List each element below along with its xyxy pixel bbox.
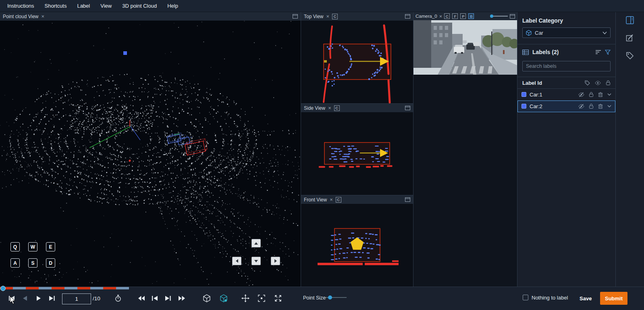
pan-down-button[interactable] (251, 257, 261, 265)
edit-panel-toggle-button[interactable] (625, 34, 634, 42)
front-view-camera-badge[interactable]: C (336, 197, 341, 203)
point-size-slider-knob[interactable] (328, 295, 332, 300)
cuboid-tool-button[interactable] (202, 293, 212, 304)
menu-item-help[interactable]: Help (167, 3, 178, 9)
skip-to-first-frame-button[interactable] (6, 293, 17, 304)
frame-timeline (0, 287, 129, 289)
timeline-frame-9[interactable] (103, 287, 116, 289)
eye-icon[interactable] (595, 81, 601, 85)
ortho-views-column: Top View × C Side View × C (301, 12, 413, 287)
camera-opacity-slider-knob[interactable] (490, 15, 493, 18)
pan-left-button[interactable] (232, 257, 241, 265)
fast-forward-button[interactable] (177, 293, 187, 304)
front-view-viewport[interactable] (301, 204, 413, 286)
submit-button[interactable]: Submit (600, 292, 627, 305)
timeline-frame-6[interactable] (64, 287, 77, 289)
maximize-window-icon[interactable] (293, 14, 298, 19)
label-id-title: Label Id (522, 80, 580, 86)
key-hint-d: D (46, 258, 55, 268)
expand-label-icon[interactable] (607, 93, 611, 96)
menu-item-3d-point-cloud[interactable]: 3D point Cloud (122, 3, 157, 9)
key-hint-s: S (28, 258, 37, 268)
camera-badge-c[interactable]: C (444, 13, 450, 19)
pan-right-button[interactable] (271, 257, 280, 265)
label-category-value: Car (535, 30, 543, 36)
label-category-dropdown[interactable]: Car (522, 27, 611, 38)
fit-to-view-button[interactable] (256, 293, 267, 304)
label-row[interactable]: Car:1 (517, 89, 615, 101)
menu-item-instructions[interactable]: Instructions (7, 3, 34, 9)
lock-label-icon[interactable] (589, 92, 594, 97)
camera-close-icon[interactable]: × (439, 14, 442, 19)
front-view-close-icon[interactable]: × (330, 197, 333, 202)
label-name: Car:1 (530, 92, 542, 98)
timeline-frame-8[interactable] (90, 287, 103, 289)
camera-title: Camera_0 (415, 14, 437, 19)
camera-badge-f[interactable]: F (452, 13, 458, 19)
sort-icon[interactable] (596, 50, 601, 54)
next-frame-button[interactable] (47, 293, 57, 304)
maximize-window-icon[interactable] (405, 14, 410, 19)
skip-next-icon (49, 295, 55, 301)
point-cloud-close-icon[interactable]: × (42, 14, 45, 19)
tag-icon[interactable] (585, 80, 590, 86)
camera-badge-p[interactable]: P (460, 13, 466, 19)
menu-item-view[interactable]: View (100, 3, 112, 9)
delete-label-icon[interactable] (598, 92, 603, 97)
auto-cuboid-tool-button[interactable] (218, 293, 229, 304)
tags-panel-toggle-button[interactable] (625, 51, 634, 60)
labels-panel-toggle-button[interactable] (625, 16, 634, 25)
menu-bar: InstructionsShortcutsLabelView3D point C… (0, 0, 644, 12)
timeline-frame-5[interactable] (52, 287, 64, 289)
maximize-window-icon[interactable] (510, 14, 515, 19)
stopwatch-icon (115, 295, 121, 302)
jump-last-button[interactable] (163, 293, 173, 304)
delete-label-icon[interactable] (598, 103, 603, 109)
search-labels-input[interactable] (522, 61, 611, 71)
move-tool-button[interactable] (240, 293, 251, 304)
side-view-viewport[interactable] (301, 112, 413, 195)
expand-label-icon[interactable] (607, 105, 611, 107)
timeline-frame-7[interactable] (77, 287, 90, 289)
timeline-position-knob[interactable] (0, 286, 6, 291)
menu-item-label[interactable]: Label (77, 3, 90, 9)
point-size-slider[interactable] (326, 297, 347, 298)
frame-number-input[interactable] (62, 293, 91, 304)
top-view-camera-badge[interactable]: C (332, 14, 338, 19)
timeline-frame-4[interactable] (39, 287, 52, 289)
camera-column: Camera_0 × CFPB (413, 12, 517, 287)
hide-label-icon[interactable] (578, 92, 584, 97)
fullscreen-button[interactable] (273, 293, 283, 304)
lock-icon[interactable] (606, 80, 611, 86)
label-color-swatch (521, 104, 526, 109)
chevron-down-icon (602, 31, 607, 34)
playback-speed-button[interactable] (113, 293, 123, 304)
camera-opacity-slider[interactable] (490, 16, 508, 17)
timeline-frame-10[interactable] (116, 287, 129, 289)
save-button[interactable]: Save (575, 293, 596, 304)
jump-first-button[interactable] (150, 293, 160, 304)
timeline-frame-2[interactable] (13, 287, 26, 289)
maximize-window-icon[interactable] (405, 106, 410, 110)
pan-up-button[interactable] (251, 239, 261, 247)
top-view-titlebar: Top View × C (301, 12, 413, 21)
camera-badge-b[interactable]: B (468, 13, 474, 19)
previous-frame-button[interactable] (20, 293, 30, 304)
filter-icon[interactable] (605, 50, 611, 55)
camera-image[interactable] (413, 20, 517, 75)
timeline-frame-3[interactable] (26, 287, 39, 289)
hide-label-icon[interactable] (578, 104, 584, 109)
expand-icon (274, 295, 282, 302)
side-view-close-icon[interactable]: × (328, 105, 331, 111)
label-row[interactable]: Car:2 (517, 101, 615, 112)
play-button[interactable] (33, 293, 44, 304)
bottom-toolbar: /10 (0, 287, 644, 310)
side-view-camera-badge[interactable]: C (334, 105, 340, 111)
lock-label-icon[interactable] (589, 103, 594, 109)
maximize-window-icon[interactable] (405, 197, 410, 202)
nothing-to-label-checkbox[interactable] (523, 295, 528, 300)
menu-item-shortcuts[interactable]: Shortcuts (44, 3, 66, 9)
rewind-button[interactable] (136, 293, 147, 304)
top-view-viewport[interactable] (301, 21, 413, 103)
top-view-close-icon[interactable]: × (326, 14, 329, 19)
